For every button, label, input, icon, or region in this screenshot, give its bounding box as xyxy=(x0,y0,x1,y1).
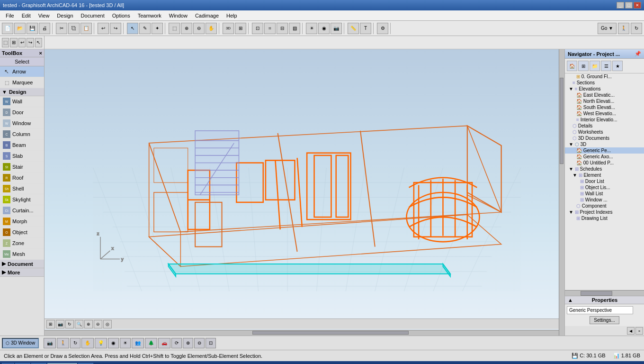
tool-beam[interactable]: B Beam xyxy=(0,140,44,151)
panel-expand-btn[interactable]: ◀ xyxy=(627,327,635,335)
tree-generic-perspective[interactable]: 🏠 Generic Pe... xyxy=(565,147,644,154)
render-btn[interactable]: ◉ xyxy=(108,338,119,348)
vt-btn-7[interactable]: ◎ xyxy=(103,320,112,328)
maximize-btn[interactable]: □ xyxy=(625,2,633,9)
orbit-btn[interactable]: ↻ xyxy=(70,338,80,348)
tree-north[interactable]: 🏠 North Elevati... xyxy=(565,98,644,104)
tree-east[interactable]: 🏠 East Elevatic... xyxy=(565,92,644,98)
tree-generic-axo[interactable]: 🏠 Generic Axo... xyxy=(565,154,644,160)
tool-roof[interactable]: R Roof xyxy=(0,173,44,183)
tree-hscrollbar[interactable] xyxy=(565,290,644,296)
tree-untitled[interactable]: 🏠 00 Untitled P... xyxy=(565,160,644,166)
section-document[interactable]: ▶ Document xyxy=(0,260,44,268)
toolbar-redo[interactable]: ↪ xyxy=(110,23,121,34)
tool-mesh[interactable]: Me Mesh xyxy=(0,249,44,260)
section-more[interactable]: ▶ More xyxy=(0,268,44,277)
panel-close-btn[interactable]: × xyxy=(635,327,643,335)
toolbar-text[interactable]: T xyxy=(360,23,371,34)
tool-stair[interactable]: St Stair xyxy=(0,162,44,173)
menu-window[interactable]: Window xyxy=(165,12,191,19)
tree-details[interactable]: ⬡ Details xyxy=(565,123,644,129)
nav-icon-floor[interactable]: ⊞ xyxy=(578,61,589,71)
viewport-scrollbar-h[interactable] xyxy=(45,330,564,336)
tool-skylight[interactable]: Sk Skylight xyxy=(0,194,44,205)
properties-toggle[interactable]: ▲ Properties xyxy=(565,296,644,304)
tree-south[interactable]: 🏠 South Elevati... xyxy=(565,104,644,110)
tree-component[interactable]: ⬡ Component xyxy=(565,203,644,209)
minimize-btn[interactable]: _ xyxy=(617,2,624,9)
tree-door-list[interactable]: ⊞ Door List xyxy=(565,178,644,184)
toolbar-copy[interactable]: ⿻ xyxy=(68,23,80,34)
settings-button[interactable]: Settings... xyxy=(590,316,619,324)
tree-west[interactable]: 🏠 West Elevatio... xyxy=(565,110,644,117)
scrollbar-thumb-h[interactable] xyxy=(252,331,408,335)
toolbar-pan[interactable]: ✋ xyxy=(206,23,217,34)
tree-3d[interactable]: ▼ ⬡ 3D xyxy=(565,141,644,147)
walk-btn[interactable]: 🚶 xyxy=(57,338,69,348)
toolbar-pencil[interactable]: ✎ xyxy=(139,23,151,34)
tool-slab[interactable]: S Slab xyxy=(0,151,44,162)
sub-btn-2[interactable]: ⊞ xyxy=(10,38,17,47)
tool-object[interactable]: O Object xyxy=(0,227,44,238)
toolbar-walk[interactable]: 🚶 xyxy=(618,23,629,34)
menu-document[interactable]: Document xyxy=(77,12,108,19)
tree-sections[interactable]: ≡ Sections xyxy=(565,80,644,86)
tool-column[interactable]: C Column xyxy=(0,129,44,140)
tree-window-list[interactable]: ⊞ Window ... xyxy=(565,197,644,203)
tool-window[interactable]: W Window xyxy=(0,118,44,129)
tree-interior[interactable]: ≡ Interior Elevatio... xyxy=(565,117,644,123)
zoom-out-btn[interactable]: ⊖ xyxy=(194,338,205,348)
car-btn[interactable]: 🚗 xyxy=(158,338,170,348)
zoom-in-btn[interactable]: ⊕ xyxy=(183,338,193,348)
sun-btn[interactable]: ☀ xyxy=(120,338,131,348)
rotate-btn[interactable]: ⟳ xyxy=(171,338,182,348)
tool-wall[interactable]: W Wall xyxy=(0,96,44,107)
tree-schedules[interactable]: ▼ ⊞ Schedules xyxy=(565,166,644,172)
people-btn[interactable]: 👥 xyxy=(132,338,144,348)
tree-project-indexes[interactable]: ▼ ⊞ Project Indexes xyxy=(565,209,644,215)
tool-shell[interactable]: Sh Shell xyxy=(0,183,44,194)
menu-design[interactable]: Design xyxy=(53,12,77,19)
menu-edit[interactable]: Edit xyxy=(18,12,35,19)
toolbar-cut[interactable]: ✂ xyxy=(56,23,67,34)
toolbar-save[interactable]: 💾 xyxy=(27,23,38,34)
fit-btn[interactable]: ⊡ xyxy=(206,338,216,348)
tree-ground-floor[interactable]: ⊞ 0. Ground Fl... xyxy=(565,73,644,80)
vt-btn-1[interactable]: ⊞ xyxy=(46,320,55,328)
close-btn[interactable]: ✕ xyxy=(634,2,641,9)
vt-btn-6[interactable]: ⊖ xyxy=(94,320,102,328)
viewport-scrollbar-v[interactable] xyxy=(559,49,564,336)
toolbar-orbit[interactable]: ↻ xyxy=(631,23,642,34)
scrollbar-thumb-v[interactable] xyxy=(560,78,564,164)
tree-object-list[interactable]: ⊞ Object Lis... xyxy=(565,184,644,191)
pan-btn[interactable]: ✋ xyxy=(81,338,94,348)
toolbar-zoom-out[interactable]: ⊖ xyxy=(193,23,205,34)
sub-btn-4[interactable]: ↪ xyxy=(27,38,34,47)
navigator-pin[interactable]: 📌 xyxy=(635,51,641,57)
trees-btn[interactable]: 🌲 xyxy=(145,338,157,348)
light-btn[interactable]: 💡 xyxy=(95,338,107,348)
toolbar-marquee[interactable]: ⬚ xyxy=(169,23,180,34)
viewport-3d[interactable]: z y x ⊞ 📷 ↻ 🔍 ⊕ xyxy=(45,49,564,336)
nav-icon-folder[interactable]: 📁 xyxy=(590,61,600,71)
tree-3ddoc[interactable]: ⬡ 3D Documents xyxy=(565,135,644,141)
tool-morph[interactable]: M Morph xyxy=(0,216,44,227)
toolbar-3d[interactable]: 3D xyxy=(223,23,234,34)
toolbar-floor[interactable]: ⊞ xyxy=(235,23,246,34)
section-design[interactable]: ▼ Design xyxy=(0,88,44,96)
vt-btn-3[interactable]: ↻ xyxy=(65,320,74,328)
nav-icon-list[interactable]: ☰ xyxy=(601,61,611,71)
3d-window-btn[interactable]: ⬡ 3D Window xyxy=(2,338,39,348)
toolbar-select[interactable]: ↖ xyxy=(127,23,138,34)
tree-worksheets[interactable]: ⬡ Worksheets xyxy=(565,129,644,135)
tool-door[interactable]: D Door xyxy=(0,107,44,118)
toolbar-grid[interactable]: ⌗ xyxy=(264,23,276,34)
toolbar-paste[interactable]: 📋 xyxy=(80,23,92,34)
toolbar-undo[interactable]: ↩ xyxy=(98,23,109,34)
toolbar-snap[interactable]: ⊡ xyxy=(252,23,263,34)
toolbar-sun[interactable]: ☀ xyxy=(306,23,317,34)
nav-icon-home[interactable]: 🏠 xyxy=(567,61,577,71)
cam-btn[interactable]: 📷 xyxy=(44,338,56,348)
toolbar-print[interactable]: 🖨 xyxy=(39,23,50,34)
properties-value-input[interactable] xyxy=(567,306,633,314)
